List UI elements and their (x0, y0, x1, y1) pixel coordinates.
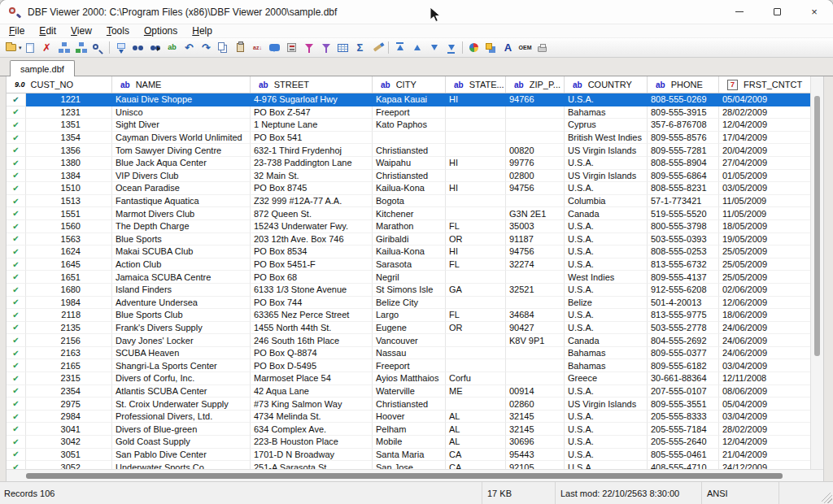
cell-city[interactable]: Christiansted (373, 170, 446, 183)
cell-zip[interactable]: 94756 (506, 182, 565, 195)
cell-phone[interactable]: 809-555-3551 (648, 398, 719, 411)
cell-phone[interactable]: 804-555-2692 (648, 334, 719, 347)
cell-country[interactable]: U.S.A. (565, 309, 648, 322)
cell-street[interactable]: 203 12th Ave. Box 746 (251, 233, 373, 246)
cell-frst-cntct[interactable]: 28/02/2009 (719, 423, 810, 436)
cell-city[interactable]: Christiansted (373, 398, 446, 411)
table-row[interactable]: ✔3052Underwater Sports Co.251-A Sarasota… (7, 461, 810, 469)
cell-state[interactable]: CA (446, 449, 506, 462)
cell-zip[interactable] (506, 132, 565, 145)
cell-country[interactable]: U.S.A. (565, 449, 648, 462)
menu-edit[interactable]: Edit (32, 25, 63, 37)
close-button[interactable]: × (796, 0, 833, 24)
cell-cust-no[interactable]: 2315 (26, 372, 112, 385)
cell-name[interactable]: Kauai Dive Shoppe (112, 93, 251, 106)
cell-name[interactable]: VIP Divers Club (112, 170, 251, 183)
new-button[interactable] (21, 40, 38, 56)
cell-street[interactable]: PO Box 8534 (251, 245, 373, 259)
cell-cust-no[interactable]: 1560 (26, 220, 112, 233)
cell-phone[interactable]: 808-555-0253 (648, 245, 719, 259)
cell-street[interactable]: PO Box Q-8874 (251, 347, 373, 360)
cell-phone[interactable]: 808-555-8231 (648, 182, 719, 195)
cell-country[interactable]: Columbia (565, 195, 648, 208)
cell-phone[interactable]: 809-555-6182 (648, 359, 719, 372)
cell-state[interactable]: HI (446, 182, 506, 195)
cell-zip[interactable]: 32145 (506, 423, 565, 436)
cell-cust-no[interactable]: 1513 (26, 195, 112, 208)
cell-zip[interactable] (506, 359, 565, 372)
cell-city[interactable]: Belize City (373, 297, 446, 310)
cell-cust-no[interactable]: 1551 (26, 207, 112, 220)
cell-frst-cntct[interactable]: 05/04/2009 (719, 398, 810, 411)
cell-frst-cntct[interactable]: 19/05/2009 (719, 233, 810, 246)
cell-state[interactable]: HI (446, 93, 506, 106)
cell-zip[interactable]: 02860 (506, 398, 565, 411)
column-header-cust-no[interactable]: 9.0 CUST_NO (7, 76, 112, 93)
vertical-scrollbar-thumb[interactable] (814, 96, 820, 356)
cell-name[interactable]: Fantastique Aquatica (112, 195, 251, 208)
cell-cust-no[interactable]: 1351 (26, 119, 112, 132)
cell-city[interactable]: Freeport (373, 359, 446, 372)
cell-state[interactable] (446, 347, 506, 360)
cell-country[interactable]: U.S.A. (565, 385, 648, 398)
cell-frst-cntct[interactable]: 12/11/2008 (719, 372, 810, 385)
cell-state[interactable] (446, 359, 506, 372)
cell-cust-no[interactable]: 3051 (26, 449, 112, 462)
menu-options[interactable]: Options (137, 25, 185, 37)
cell-street[interactable]: PO Box 8745 (251, 182, 373, 195)
cell-cust-no[interactable]: 1645 (26, 259, 112, 272)
cell-frst-cntct[interactable]: 11/05/2009 (719, 195, 810, 208)
grid-view-button[interactable] (334, 40, 351, 56)
table-row[interactable]: ✔2165Shangri-La Sports CenterPO Box D-54… (7, 359, 810, 372)
open-button[interactable] (4, 40, 21, 56)
table-row[interactable]: ✔1354Cayman Divers World UnlimitedPO Box… (7, 132, 810, 145)
cell-cust-no[interactable]: 2984 (26, 411, 112, 424)
cell-phone[interactable]: 813-555-9775 (648, 309, 719, 322)
cell-frst-cntct[interactable]: 20/04/2009 (719, 144, 810, 157)
table-row[interactable]: ✔1645Action ClubPO Box 5451-FSarasotaFL3… (7, 259, 810, 272)
oem-charset-button[interactable]: OEM (517, 40, 534, 56)
cell-street[interactable]: 246 South 16th Place (251, 334, 373, 347)
find-next-button[interactable] (146, 40, 164, 56)
cell-cust-no[interactable]: 3042 (26, 436, 112, 449)
cell-city[interactable]: San Jose (373, 461, 446, 469)
cell-name[interactable]: Davy Jones' Locker (112, 334, 251, 347)
cell-name[interactable]: Tom Sawyer Diving Centre (112, 144, 251, 157)
cell-street[interactable]: PO Box Z-547 (251, 106, 373, 119)
cell-name[interactable]: Underwater Sports Co. (112, 461, 251, 469)
cell-zip[interactable] (506, 297, 565, 310)
cell-state[interactable] (446, 297, 506, 310)
cell-frst-cntct[interactable]: 21/04/2009 (719, 449, 810, 462)
cell-zip[interactable]: 99776 (506, 157, 565, 170)
cell-frst-cntct[interactable]: 01/05/2009 (719, 170, 810, 183)
cell-state[interactable] (446, 195, 506, 208)
cell-frst-cntct[interactable]: 24/06/2009 (719, 347, 810, 360)
cell-frst-cntct[interactable]: 25/05/2009 (719, 259, 810, 272)
table-row[interactable]: ✔1231UniscoPO Box Z-547FreeportBahamas80… (7, 106, 810, 119)
cell-name[interactable]: Atlantis SCUBA Center (112, 385, 251, 398)
edit-structure-button[interactable] (55, 40, 72, 56)
go-last-button[interactable] (443, 40, 460, 56)
cell-frst-cntct[interactable]: 12/04/2009 (719, 119, 810, 132)
cell-phone[interactable]: 207-555-0107 (648, 385, 719, 398)
statistics-button[interactable]: Σ (351, 40, 369, 56)
cell-name[interactable]: Cayman Divers World Unlimited (112, 132, 251, 145)
cell-country[interactable]: U.S.A. (565, 322, 648, 335)
cell-street[interactable]: 1455 North 44th St. (251, 322, 373, 335)
cell-country[interactable]: U.S.A. (565, 284, 648, 297)
cell-country[interactable]: US Virgin Islands (565, 170, 648, 183)
table-row[interactable]: ✔2354Atlantis SCUBA Center42 Aqua LaneWa… (7, 385, 810, 398)
cell-frst-cntct[interactable]: 28/02/2009 (719, 106, 810, 119)
cell-frst-cntct[interactable]: 02/06/2009 (719, 284, 810, 297)
cell-country[interactable]: Bahamas (565, 359, 648, 372)
filter-button[interactable] (300, 40, 317, 56)
cell-phone[interactable]: 813-555-6732 (648, 259, 719, 272)
cell-cust-no[interactable]: 3052 (26, 461, 112, 469)
undo-button[interactable]: ↶ (181, 40, 198, 56)
cell-cust-no[interactable]: 1984 (26, 297, 112, 310)
cell-city[interactable]: Sarasota (373, 259, 446, 272)
sort-button[interactable]: az↓ (249, 40, 266, 56)
cell-country[interactable]: Cyprus (565, 119, 648, 132)
cell-zip[interactable]: 35003 (506, 220, 565, 233)
cell-zip[interactable] (506, 347, 565, 360)
